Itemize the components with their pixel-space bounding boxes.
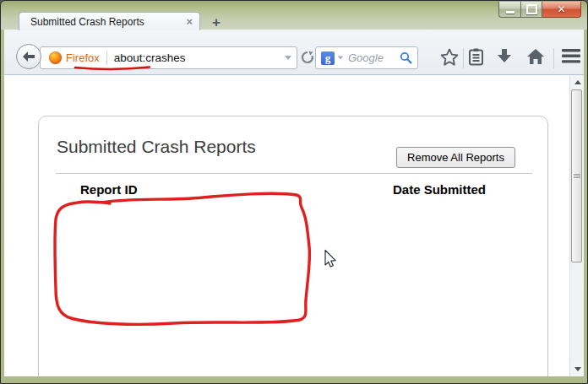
minimize-button[interactable] xyxy=(498,2,520,18)
page-content: Submitted Crash Reports Remove All Repor… xyxy=(4,75,584,376)
tab-close-icon[interactable]: × xyxy=(186,16,193,27)
history-dropdown-icon[interactable] xyxy=(285,56,291,60)
minimize-icon xyxy=(506,11,514,14)
screenshot-stage: Submitted Crash Reports × + ✕ Firefox ab… xyxy=(0,0,588,384)
search-box[interactable]: g xyxy=(315,46,418,69)
reload-button[interactable] xyxy=(299,48,316,67)
identity-separator xyxy=(106,51,107,65)
search-input[interactable] xyxy=(346,51,400,65)
new-tab-button[interactable]: + xyxy=(207,15,226,30)
menu-button[interactable] xyxy=(562,49,580,63)
downloads-button[interactable] xyxy=(496,48,513,65)
crash-reports-panel: Submitted Crash Reports Remove All Repor… xyxy=(38,116,548,376)
window-controls: ✕ xyxy=(498,2,581,18)
column-header-report-id: Report ID xyxy=(80,182,138,197)
back-arrow-icon xyxy=(22,51,35,62)
scrollbar-grip-icon xyxy=(574,173,580,179)
navigation-toolbar: Firefox about:crashes g xyxy=(4,30,584,75)
scroll-down-icon xyxy=(574,367,581,371)
column-header-date-submitted: Date Submitted xyxy=(393,182,486,197)
star-icon xyxy=(440,48,459,66)
search-magnifier-icon[interactable] xyxy=(400,51,412,64)
remove-all-reports-button[interactable]: Remove All Reports xyxy=(396,147,515,168)
google-engine-icon[interactable]: g xyxy=(321,51,335,65)
home-icon xyxy=(526,48,545,65)
vertical-scrollbar[interactable] xyxy=(569,75,584,376)
back-button[interactable] xyxy=(16,44,41,69)
download-arrow-icon xyxy=(496,48,513,65)
site-identity-label[interactable]: Firefox xyxy=(66,51,100,64)
scrollbar-up-button[interactable] xyxy=(570,75,584,89)
engine-dropdown-icon[interactable] xyxy=(338,57,343,60)
home-button[interactable] xyxy=(526,48,545,65)
reload-icon xyxy=(301,51,314,64)
browser-tab[interactable]: Submitted Crash Reports × xyxy=(19,12,200,30)
close-icon: ✕ xyxy=(557,3,565,15)
tab-title: Submitted Crash Reports xyxy=(30,16,186,28)
toolbar-separator xyxy=(553,48,554,68)
hamburger-icon xyxy=(562,49,580,63)
title-bar: Submitted Crash Reports × + ✕ xyxy=(2,2,586,30)
maximize-icon xyxy=(526,4,537,14)
scroll-up-icon xyxy=(574,80,581,84)
toolbar-separator xyxy=(463,48,464,68)
url-bar[interactable]: Firefox about:crashes xyxy=(40,46,297,69)
page-title: Submitted Crash Reports xyxy=(57,137,256,157)
maximize-button[interactable] xyxy=(520,2,542,18)
heading-divider xyxy=(56,173,532,174)
clipboard-icon xyxy=(468,48,484,66)
scrollbar-thumb[interactable] xyxy=(571,89,582,262)
browser-window: Submitted Crash Reports × + ✕ Firefox ab… xyxy=(0,0,588,384)
bookmark-star-button[interactable] xyxy=(440,48,459,66)
firefox-icon xyxy=(49,51,62,64)
url-text[interactable]: about:crashes xyxy=(114,51,186,64)
bookmarks-menu-button[interactable] xyxy=(468,48,484,66)
scrollbar-down-button[interactable] xyxy=(570,362,584,376)
close-button[interactable]: ✕ xyxy=(542,2,581,18)
